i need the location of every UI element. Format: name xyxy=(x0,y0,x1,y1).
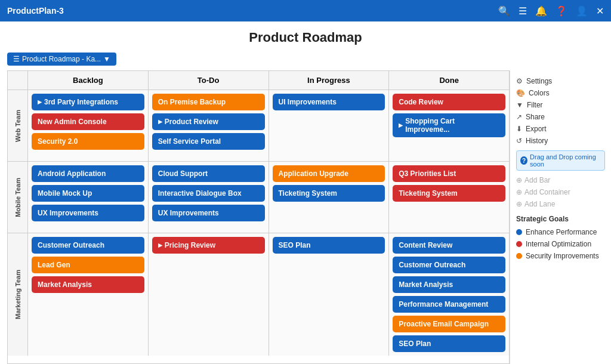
card[interactable]: Customer Outreach xyxy=(32,237,144,254)
card-label: SEO Plan xyxy=(399,340,431,348)
card-chevron-icon: ▶ xyxy=(158,119,162,125)
card[interactable]: Content Review xyxy=(393,237,505,254)
strategic-goals-title: Strategic Goals xyxy=(516,215,605,223)
card[interactable]: SEO Plan xyxy=(393,335,505,352)
card[interactable]: Lead Gen xyxy=(32,257,144,273)
goal-dot-icon xyxy=(516,229,522,235)
cell-marketing-team-backlog: Customer OutreachLead GenMarket Analysis xyxy=(28,233,149,356)
kanban-board: Backlog To-Do In Progress Done Web Team▶… xyxy=(7,70,510,364)
card[interactable]: Performance Management xyxy=(393,296,505,313)
breadcrumb-icon: ☰ xyxy=(13,55,20,63)
card[interactable]: Proactive Email Campaign xyxy=(393,316,505,332)
strategic-goal-item: Enhance Performance xyxy=(516,226,605,238)
card[interactable]: On Premise Backup xyxy=(152,94,265,110)
cell-web-team-backlog: ▶3rd Party IntegrationsNew Admin Console… xyxy=(28,90,149,161)
help-icon[interactable]: ❓ xyxy=(556,5,567,17)
card[interactable]: Self Service Portal xyxy=(152,133,265,150)
card[interactable]: Q3 Priorities List xyxy=(393,165,505,182)
lane-label-text: Mobile Team xyxy=(14,178,21,217)
dnd-badge: ?Drag and Drop coming soon xyxy=(516,150,605,171)
lane-label-text: Marketing Team xyxy=(14,270,21,319)
card[interactable]: Customer Outreach xyxy=(393,257,505,273)
card-label: Application Upgrade xyxy=(279,169,348,178)
sidebar-menu-label: Colors xyxy=(529,89,550,97)
sidebar-right: ⚙Settings🎨Colors▼Filter↗Share⬇Export↺His… xyxy=(510,70,611,364)
breadcrumb-button[interactable]: ☰ Product Roadmap - Ka... ▼ xyxy=(7,53,116,66)
breadcrumb-chevron-icon: ▼ xyxy=(103,55,110,63)
card[interactable]: Android Application xyxy=(32,165,144,182)
kanban-row: Web Team▶3rd Party IntegrationsNew Admin… xyxy=(8,90,509,162)
card-label: Ticketing System xyxy=(279,189,337,198)
lane-label-web-team: Web Team xyxy=(8,90,28,161)
card[interactable]: ▶Shopping Cart Improveme... xyxy=(393,113,505,137)
card-label: UX Improvements xyxy=(38,209,98,217)
card-label: Lead Gen xyxy=(38,261,70,269)
sidebar-menu-label: Filter xyxy=(527,101,543,109)
card[interactable]: Market Analysis xyxy=(32,276,144,293)
strategic-goal-item: Security Improvements xyxy=(516,250,605,262)
card-chevron-icon: ▶ xyxy=(399,122,403,128)
sidebar-menu-label: Settings xyxy=(526,77,552,85)
card[interactable]: Ticketing System xyxy=(273,185,385,202)
card-label: Proactive Email Campaign xyxy=(399,320,489,328)
card[interactable]: UI Improvements xyxy=(273,94,385,110)
card[interactable]: Ticketing System xyxy=(393,185,505,202)
card[interactable]: SEO Plan xyxy=(273,237,385,254)
plus-icon: ⊕ xyxy=(516,188,522,196)
sidebar-menu-item-history[interactable]: ↺History xyxy=(516,135,605,147)
sidebar-menu-item-share[interactable]: ↗Share xyxy=(516,111,605,123)
card-label: Android Application xyxy=(38,169,106,178)
lane-label-text: Web Team xyxy=(14,110,21,142)
menu-icon[interactable]: ☰ xyxy=(519,5,527,17)
user-icon[interactable]: 👤 xyxy=(576,5,588,17)
column-headers: Backlog To-Do In Progress Done xyxy=(8,71,509,90)
search-icon[interactable]: 🔍 xyxy=(498,5,510,17)
sidebar-menu-label: Share xyxy=(526,113,545,121)
add-item-label: Add Container xyxy=(524,188,570,196)
add-add-lane-button[interactable]: ⊕Add Lane xyxy=(516,198,605,210)
card[interactable]: UX Improvements xyxy=(152,205,265,221)
card-label: Cloud Support xyxy=(158,169,208,178)
sidebar-menu-item-filter[interactable]: ▼Filter xyxy=(516,99,605,111)
card[interactable]: Application Upgrade xyxy=(273,165,385,182)
goal-dot-icon xyxy=(516,241,522,247)
dnd-label: Drag and Drop coming soon xyxy=(530,153,601,168)
dnd-question-icon: ? xyxy=(520,156,527,165)
col-header-done: Done xyxy=(389,71,509,90)
export-icon: ⬇ xyxy=(516,125,522,133)
sidebar-menu-item-colors[interactable]: 🎨Colors xyxy=(516,87,605,99)
card[interactable]: Mobile Mock Up xyxy=(32,185,144,202)
sidebar-menu-item-settings[interactable]: ⚙Settings xyxy=(516,75,605,87)
plus-icon: ⊕ xyxy=(516,176,522,184)
card[interactable]: Market Analysis xyxy=(393,276,505,293)
sidebar-menu-item-export[interactable]: ⬇Export xyxy=(516,123,605,135)
goal-label: Internal Optimization xyxy=(526,240,591,248)
goal-label: Enhance Performance xyxy=(526,228,597,236)
card[interactable]: UX Improvements xyxy=(32,205,144,221)
card-label: Self Service Portal xyxy=(158,137,221,146)
card[interactable]: ▶Pricing Review xyxy=(152,237,265,254)
lane-label-mobile-team: Mobile Team xyxy=(8,162,28,233)
card-label: 3rd Party Integrations xyxy=(44,98,118,106)
card-label: Mobile Mock Up xyxy=(38,189,92,198)
card[interactable]: ▶3rd Party Integrations xyxy=(32,94,144,110)
card-label: Security 2.0 xyxy=(38,137,78,146)
card-label: UX Improvements xyxy=(158,209,219,217)
card-label: On Premise Backup xyxy=(158,98,226,106)
goal-label: Security Improvements xyxy=(526,252,599,260)
card-label: SEO Plan xyxy=(279,241,311,249)
card[interactable]: Code Review xyxy=(393,94,505,110)
cell-web-team-done: Code Review▶Shopping Cart Improveme... xyxy=(389,90,509,161)
cell-mobile-team-done: Q3 Priorities ListTicketing System xyxy=(389,162,509,233)
card[interactable]: New Admin Console xyxy=(32,113,144,130)
card[interactable]: Interactive Dialogue Box xyxy=(152,185,265,202)
card-label: Shopping Cart Improveme... xyxy=(405,117,499,134)
card[interactable]: ▶Product Review xyxy=(152,113,265,130)
bell-icon[interactable]: 🔔 xyxy=(535,5,547,17)
cell-marketing-team-todo: ▶Pricing Review xyxy=(149,233,269,356)
add-add-bar-button[interactable]: ⊕Add Bar xyxy=(516,174,605,186)
close-icon[interactable]: ✕ xyxy=(596,5,604,17)
add-add-container-button[interactable]: ⊕Add Container xyxy=(516,186,605,198)
card[interactable]: Cloud Support xyxy=(152,165,265,182)
card[interactable]: Security 2.0 xyxy=(32,133,144,150)
